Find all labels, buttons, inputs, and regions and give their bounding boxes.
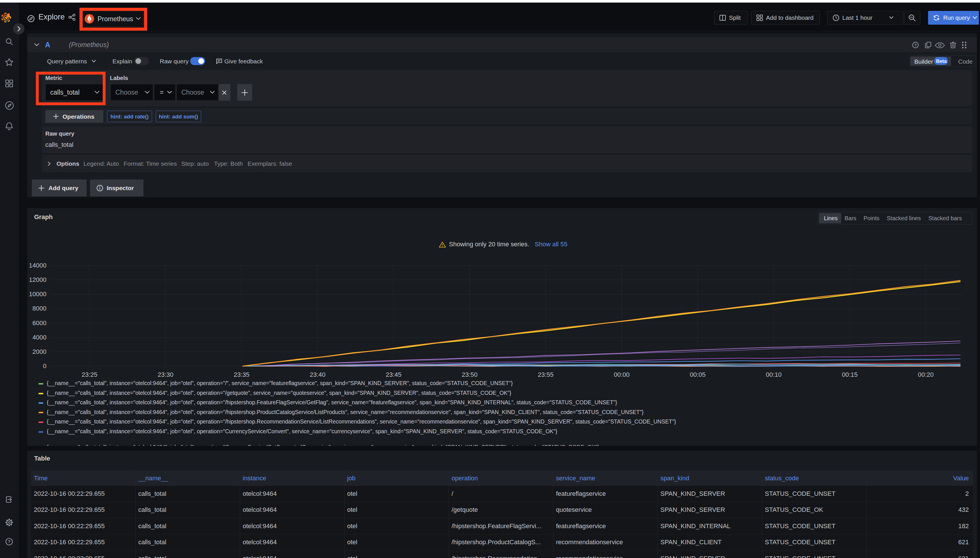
- svg-text:?: ?: [8, 539, 10, 544]
- svg-text:?: ?: [914, 43, 917, 47]
